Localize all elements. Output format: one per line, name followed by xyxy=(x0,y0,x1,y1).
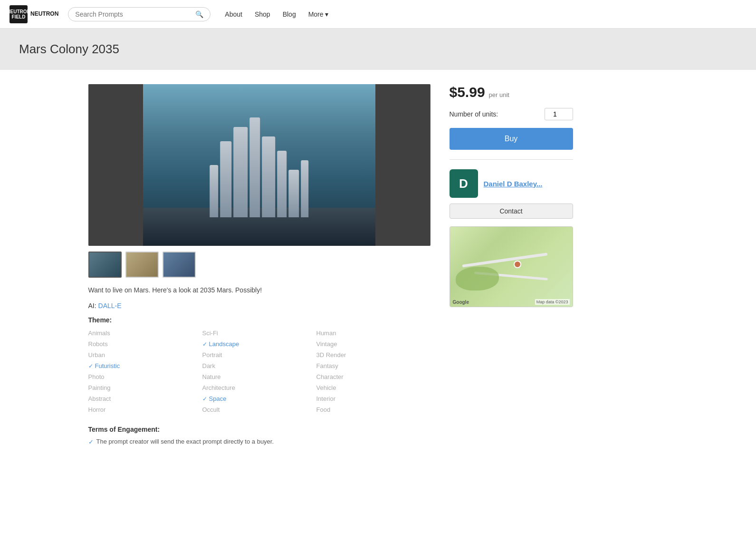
theme-interior: Interior xyxy=(316,394,431,403)
building-5 xyxy=(262,136,276,217)
terms-section: Terms of Engagement: ✓ The prompt creato… xyxy=(88,426,431,447)
thumbnail-strip xyxy=(88,252,431,278)
image-dark-right xyxy=(375,84,430,246)
search-bar[interactable]: 🔍 xyxy=(68,7,211,21)
sidebar: $5.99 per unit Number of units: Buy D Da… xyxy=(450,84,573,447)
price-row: $5.99 per unit xyxy=(450,84,573,100)
theme-vintage: Vintage xyxy=(316,339,431,349)
building-6 xyxy=(278,151,287,217)
thumbnail-2[interactable] xyxy=(125,252,159,278)
building-3 xyxy=(234,127,248,217)
theme-futuristic: ✓Futuristic xyxy=(88,361,202,370)
logo-area: NEUTRON FIELD NEUTRON xyxy=(10,5,58,23)
map-pin-marker xyxy=(514,261,521,268)
search-input[interactable] xyxy=(75,10,191,18)
check-icon-landscape: ✓ xyxy=(202,341,207,348)
theme-architecture: Architecture xyxy=(202,383,316,392)
seller-avatar: D xyxy=(450,169,478,198)
buy-button[interactable]: Buy xyxy=(450,128,573,150)
ai-label-row: AI: DALL-E xyxy=(88,302,431,310)
theme-abstract: Abstract xyxy=(88,394,202,403)
theme-painting: Painting xyxy=(88,383,202,392)
nav-shop[interactable]: Shop xyxy=(250,8,275,21)
navbar: NEUTRON FIELD NEUTRON 🔍 About Shop Blog … xyxy=(0,0,756,29)
map-road-1 xyxy=(462,253,548,268)
map-data-credit: Map data ©2023 xyxy=(535,299,570,305)
thumbnail-1[interactable] xyxy=(88,252,122,278)
nav-blog[interactable]: Blog xyxy=(278,8,301,21)
theme-title: Theme: xyxy=(88,316,431,324)
per-unit-label: per unit xyxy=(489,91,509,98)
nav-links: About Shop Blog More ▾ xyxy=(220,8,333,21)
main-product-image xyxy=(88,84,431,246)
page-title-band: Mars Colony 2035 xyxy=(0,29,756,70)
theme-portrait: Portrait xyxy=(202,350,316,359)
product-area: Want to live on Mars. Here's a look at 2… xyxy=(88,84,431,447)
building-1 xyxy=(210,165,219,217)
theme-fantasy: Fantasy xyxy=(316,361,431,370)
theme-vehicle: Vehicle xyxy=(316,383,431,392)
terms-title: Terms of Engagement: xyxy=(88,426,431,433)
thumb-image-3 xyxy=(163,252,195,277)
theme-grid: Animals Sci-Fi Human Robots ✓Landscape V… xyxy=(88,329,431,414)
thumb-image-2 xyxy=(126,252,158,277)
units-row: Number of units: xyxy=(450,108,573,120)
theme-photo: Photo xyxy=(88,372,202,381)
thumbnail-3[interactable] xyxy=(163,252,196,278)
brand-name: NEUTRON xyxy=(30,11,58,17)
building-4 xyxy=(250,117,260,217)
page-title: Mars Colony 2035 xyxy=(19,42,737,57)
theme-landscape: ✓Landscape xyxy=(202,339,316,349)
seller-card: D Daniel D Baxley... xyxy=(450,169,573,198)
theme-character: Character xyxy=(316,372,431,381)
building-2 xyxy=(220,141,232,217)
chevron-down-icon: ▾ xyxy=(325,10,328,18)
search-icon: 🔍 xyxy=(195,10,203,18)
terms-check-icon: ✓ xyxy=(88,437,94,447)
contact-button[interactable]: Contact xyxy=(450,204,573,219)
theme-food: Food xyxy=(316,405,431,414)
image-buildings xyxy=(143,117,376,217)
check-icon-futuristic: ✓ xyxy=(88,363,93,369)
nav-more[interactable]: More ▾ xyxy=(304,8,333,21)
theme-occult: Occult xyxy=(202,405,316,414)
seller-name-link[interactable]: Daniel D Baxley... xyxy=(484,180,543,188)
image-inner xyxy=(143,84,376,246)
map-container[interactable]: Google Map data ©2023 xyxy=(450,226,573,307)
theme-animals: Animals xyxy=(88,329,202,338)
theme-dark: Dark xyxy=(202,361,316,370)
theme-space: ✓Space xyxy=(202,394,316,403)
divider xyxy=(450,159,573,160)
check-icon-space: ✓ xyxy=(202,396,207,402)
building-8 xyxy=(301,160,309,217)
map-forest xyxy=(456,267,498,291)
units-input[interactable] xyxy=(545,108,573,120)
theme-urban: Urban xyxy=(88,350,202,359)
main-content: Want to live on Mars. Here's a look at 2… xyxy=(69,70,687,461)
theme-horror: Horror xyxy=(88,405,202,414)
building-7 xyxy=(289,170,299,217)
theme-human: Human xyxy=(316,329,431,338)
units-label: Number of units: xyxy=(450,110,498,118)
terms-item-1: ✓ The prompt creator will send the exact… xyxy=(88,437,431,447)
nav-about[interactable]: About xyxy=(220,8,247,21)
ai-value: DALL-E xyxy=(98,302,122,310)
map-google-label: Google xyxy=(453,300,469,305)
image-dark-left xyxy=(88,84,143,246)
price-value: $5.99 xyxy=(450,84,485,100)
theme-section: Theme: Animals Sci-Fi Human Robots ✓Land… xyxy=(88,316,431,414)
product-description: Want to live on Mars. Here's a look at 2… xyxy=(88,285,431,295)
theme-nature: Nature xyxy=(202,372,316,381)
theme-robots: Robots xyxy=(88,339,202,349)
thumb-image-1 xyxy=(89,252,121,277)
map-background: Google Map data ©2023 xyxy=(450,227,573,307)
theme-3d-render: 3D Render xyxy=(316,350,431,359)
theme-sci-fi: Sci-Fi xyxy=(202,329,316,338)
logo-icon: NEUTRON FIELD xyxy=(10,5,28,23)
